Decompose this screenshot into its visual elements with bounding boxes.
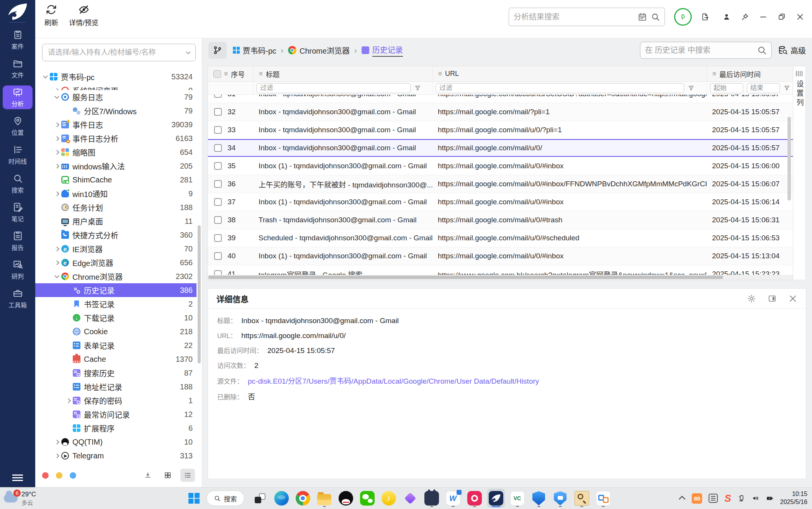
tree-item-任务计划[interactable]: 任务计划188 [35, 200, 196, 214]
tree-item-地址栏记录[interactable]: 地址栏记录188 [35, 380, 196, 394]
taskbar-app-vc[interactable]: VC [509, 489, 526, 508]
taskbar-search[interactable]: 搜索 [206, 491, 244, 506]
chevron-right-icon[interactable] [52, 151, 61, 154]
taskbar-app-vmware[interactable] [594, 489, 612, 508]
row-checkbox[interactable] [214, 144, 222, 152]
tree-item-Chrome浏览器[interactable]: Chrome浏览器2302 [35, 269, 196, 283]
table-search-input[interactable] [645, 46, 757, 55]
column-header-url[interactable]: ≡ URL [432, 66, 707, 81]
pin-icon[interactable] [741, 13, 749, 21]
scrollbar-thumb[interactable] [208, 276, 723, 279]
url-filter-input[interactable] [436, 83, 684, 93]
calendar-icon[interactable] [634, 12, 647, 21]
branch-view-button[interactable] [208, 42, 227, 59]
row-checkbox[interactable] [214, 126, 222, 134]
chevron-down-icon[interactable] [41, 76, 50, 78]
table-row-34[interactable]: 34Inbox - tqmdavidjohnson300@gmail.com -… [208, 139, 793, 157]
chevron-down-icon[interactable] [52, 276, 61, 277]
tree-item-保存的密码[interactable]: 保存的密码1 [35, 394, 196, 407]
row-checkbox[interactable] [214, 95, 222, 98]
user-icon[interactable] [722, 13, 731, 21]
analysis-search-input[interactable] [514, 13, 634, 21]
column-header-time[interactable]: ≡ 最后访问时间 [707, 66, 793, 81]
start-button[interactable] [188, 493, 200, 504]
column-header-title[interactable]: ≡ 标题 [253, 66, 432, 81]
tree-item-缩略图[interactable]: 缩略图654 [35, 145, 196, 159]
taskbar-app-shield2[interactable] [552, 489, 569, 508]
taskbar-app-gem[interactable] [401, 489, 419, 508]
sidebar-item-工具箱[interactable]: 工具箱 [3, 287, 33, 310]
collapse-rows-icon[interactable] [141, 469, 155, 482]
funnel-icon[interactable] [414, 85, 421, 91]
table-row-31[interactable]: 31Inbox - tqmdavidjohnson300@gmail.com -… [208, 95, 793, 103]
advanced-search-button[interactable]: 高级 [778, 45, 806, 56]
tree-item-快捷方式分析[interactable]: 快捷方式分析360 [35, 228, 196, 242]
tree-item-ShimCache[interactable]: ShimCache281 [35, 173, 196, 187]
table-row-35[interactable]: 35Inbox (1) - tqmdavidjohnson300@gmail.c… [208, 157, 793, 175]
gear-icon[interactable] [747, 294, 756, 303]
column-settings-strip[interactable]: 设置列 [793, 66, 806, 280]
chevron-right-icon[interactable] [52, 164, 61, 168]
tree-item-事件日志分析[interactable]: 事件日志分析6163 [35, 131, 196, 145]
taskbar-app-everything[interactable] [573, 489, 591, 508]
table-row-38[interactable]: 38Trash - tqmdavidjohnson300@gmail.com -… [208, 211, 793, 229]
breadcrumb-page[interactable]: 历史记录 [362, 44, 403, 57]
taskbar-app-qq[interactable] [337, 489, 355, 508]
row-checkbox[interactable] [214, 234, 222, 242]
refresh-button[interactable]: 刷新 [44, 4, 58, 27]
sidebar-item-笔记[interactable]: 笔记 [3, 200, 33, 224]
chevron-right-icon[interactable] [52, 123, 61, 126]
minimize-icon[interactable] [759, 13, 768, 21]
chevron-right-icon[interactable] [52, 440, 61, 444]
row-checkbox[interactable] [214, 180, 222, 188]
sidebar-item-报告[interactable]: 报告 [3, 229, 33, 253]
chevron-right-icon[interactable] [52, 192, 61, 195]
tree-item-win10通知[interactable]: win10通知9 [35, 187, 196, 200]
chevron-right-icon[interactable] [52, 454, 61, 458]
taskbar-app-wechat[interactable] [359, 489, 376, 508]
tag-circle-icon[interactable] [674, 8, 692, 26]
breadcrumb-device[interactable]: 贾韦码-pc [233, 45, 276, 56]
taskbar-app-w-app[interactable]: W [444, 489, 462, 508]
row-checkbox[interactable] [214, 108, 222, 116]
detail-source-link[interactable]: pc-disk.E01/分区7/Users/贾韦码/AppData/Local/… [248, 375, 539, 386]
tree-item-Telegram[interactable]: Telegram313 [35, 449, 196, 463]
funnel-icon[interactable] [784, 85, 790, 91]
table-row-33[interactable]: 33Inbox - tqmdavidjohnson300@gmail.com -… [208, 121, 793, 139]
chevron-right-icon[interactable] [52, 261, 61, 264]
table-search-box[interactable] [640, 42, 772, 59]
tree-item-服务日志[interactable]: 服务日志79 [35, 90, 196, 104]
tree-item-事件日志[interactable]: 事件日志39039 [35, 118, 196, 131]
tree-item-表单记录[interactable]: 表单记录22 [35, 338, 196, 352]
chevron-right-icon[interactable] [64, 399, 73, 402]
row-checkbox[interactable] [214, 252, 222, 260]
funnel-icon[interactable] [688, 85, 694, 91]
taskbar-clock[interactable]: 10:15 2025/5/16 [780, 490, 807, 506]
table-row-37[interactable]: 37Inbox (1) - tqmdavidjohnson300@gmail.c… [208, 193, 793, 211]
sidebar-item-搜索[interactable]: 搜索 [3, 172, 33, 195]
column-header-seq[interactable]: ≡ 序号 [208, 66, 253, 81]
taskbar-app-explorer[interactable] [316, 489, 333, 508]
chevron-down-icon[interactable] [52, 96, 61, 98]
taskbar-app-chrome[interactable] [294, 489, 312, 508]
tray-badge[interactable]: 80 [692, 493, 702, 504]
row-checkbox[interactable] [214, 162, 222, 170]
table-row-41[interactable]: 41telegram官网登录 - Google 搜索https://www.go… [208, 265, 793, 275]
tree-item-Cache[interactable]: Cache1370 [35, 352, 196, 366]
search-icon[interactable] [647, 12, 660, 21]
chevron-right-icon[interactable] [52, 89, 61, 90]
tree-item-windows输入法[interactable]: windows输入法205 [35, 159, 196, 173]
tree-item-QQ(TIM)[interactable]: QQ(TIM)10 [35, 435, 196, 449]
yellow-dot-filter[interactable] [56, 472, 62, 479]
device-link-icon[interactable] [738, 494, 745, 502]
tray-chevron-up-icon[interactable] [679, 496, 686, 502]
sidebar-item-位置[interactable]: 位置 [3, 114, 33, 138]
blue-dot-filter[interactable] [70, 472, 76, 479]
tree-item-Cookie[interactable]: Cookie218 [35, 325, 196, 338]
taskbar-app-edge[interactable] [273, 489, 290, 508]
tree-item-历史记录[interactable]: 历史记录386 [35, 283, 196, 297]
table-row-40[interactable]: 40Inbox (1) - tqmdavidjohnson300@gmail.c… [208, 247, 793, 265]
table-row-32[interactable]: 32Inbox - tqmdavidjohnson300@gmail.com -… [208, 103, 793, 121]
tree-item-Edge浏览器[interactable]: Edge浏览器656 [35, 256, 196, 269]
taskbar-app-shield1[interactable] [530, 489, 548, 508]
